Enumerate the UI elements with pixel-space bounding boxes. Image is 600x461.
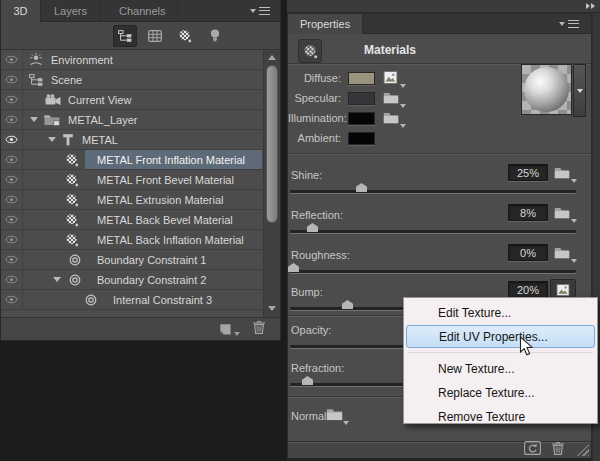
shine-texture-button[interactable] [554,165,572,180]
collapse-triangle-icon[interactable] [53,270,61,289]
panel-menu-icon[interactable] [559,20,579,28]
visibility-eye-icon[interactable] [1,70,23,89]
roughness-slider[interactable] [290,270,576,273]
specular-texture-button[interactable] [383,90,401,105]
bump-slider-thumb[interactable] [342,300,353,309]
panel-title: Materials [364,43,416,57]
roughness-slider-thumb[interactable] [288,263,299,272]
filter-meshes-button[interactable] [143,25,167,47]
delete-button[interactable] [551,441,565,459]
scrollbar-up-arrow[interactable] [264,52,280,63]
item-label: Current View [68,90,131,109]
normal-texture-button[interactable] [326,407,344,422]
visibility-eye-icon[interactable] [1,190,23,209]
scene-tree-scrollbar[interactable] [263,50,280,317]
constraint-icon [69,270,81,289]
menu-item-edit-uv-properties[interactable]: Edit UV Properties... [406,325,595,348]
specular-swatch[interactable] [348,92,375,105]
material-icon [65,230,79,249]
scene-tree-icon [118,30,132,42]
scene-item-current-view[interactable]: Current View [1,90,280,110]
shine-slider-thumb[interactable] [356,183,367,192]
tab-properties[interactable]: Properties [288,14,363,34]
item-label: Boundary Constraint 2 [97,270,206,289]
refraction-slider-thumb[interactable] [302,376,313,385]
filter-lights-button[interactable] [203,25,227,47]
visibility-eye-icon[interactable] [1,50,23,69]
collapse-triangle-icon[interactable] [48,130,56,149]
visibility-eye-icon[interactable] [1,210,23,229]
scene-item-metal-front-bevel-material[interactable]: METAL Front Bevel Material [1,170,280,190]
visibility-eye-icon[interactable] [1,270,23,289]
scrollbar-down-arrow[interactable] [264,303,280,314]
illumination-swatch[interactable] [348,112,375,125]
visibility-eye-icon[interactable] [1,130,23,149]
materials-header-icon-box [298,39,322,63]
scene-item-boundary-constraint-1[interactable]: Boundary Constraint 1 [1,250,280,270]
scene-item-boundary-constraint-2[interactable]: Boundary Constraint 2 [1,270,280,290]
scene-item-metal-layer[interactable]: METAL_Layer [1,110,280,130]
panel-menu-icon[interactable] [250,7,270,15]
visibility-eye-icon[interactable] [1,230,23,249]
dropdown-triangle-icon [571,259,577,263]
reflection-texture-button[interactable] [554,205,572,220]
new-item-dropdown-icon [234,332,240,336]
scene-item-internal-constraint-3[interactable]: Internal Constraint 3 [1,290,280,310]
visibility-eye-icon[interactable] [1,290,23,309]
menu-item-replace-texture[interactable]: Replace Texture... [406,381,595,405]
tab-layers[interactable]: Layers [42,0,100,22]
scene-item-metal[interactable]: METAL [1,130,280,150]
collapse-triangle-icon[interactable] [30,110,38,129]
3d-scene-tree: Environment Scene Current View [1,50,280,317]
menu-item-edit-texture[interactable]: Edit Texture... [406,301,595,325]
bump-value[interactable]: 20% [508,281,548,298]
scene-item-metal-extrusion-material[interactable]: METAL Extrusion Material [1,190,280,210]
folder-icon [383,111,399,124]
visibility-eye-icon[interactable] [1,110,23,129]
filter-scene-tree-button[interactable] [113,25,137,47]
material-icon [65,170,79,189]
material-icon [65,190,79,209]
material-preview-dropdown[interactable] [573,64,586,117]
scrollbar-thumb[interactable] [266,65,278,223]
tab-channels[interactable]: Channels [107,0,178,22]
resize-grip[interactable] [577,444,589,456]
tab-3d[interactable]: 3D [1,0,41,22]
3d-panel: 3D Layers Channels Environment [0,0,281,341]
ambient-swatch[interactable] [348,132,375,145]
delete-button[interactable] [252,320,266,338]
visibility-eye-icon[interactable] [1,250,23,269]
menu-item-remove-texture[interactable]: Remove Texture [406,405,595,429]
trash-icon [551,441,565,455]
illumination-texture-button[interactable] [383,110,401,125]
refresh-button[interactable] [524,441,541,459]
scene-item-metal-back-bevel-material[interactable]: METAL Back Bevel Material [1,210,280,230]
scene-item-metal-back-inflation-material[interactable]: METAL Back Inflation Material [1,230,280,250]
diffuse-texture-button[interactable] [383,70,401,85]
folder-icon [383,91,399,104]
scene-item-metal-front-inflation-material[interactable]: METAL Front Inflation Material [1,150,280,170]
properties-footer [288,441,591,458]
new-item-button[interactable] [217,323,240,336]
item-label: METAL Back Inflation Material [97,230,244,249]
shine-value[interactable]: 25% [508,164,548,181]
constraint-icon [69,250,81,269]
roughness-texture-button[interactable] [554,245,572,260]
shine-slider[interactable] [290,190,576,193]
collapse-to-icons-button[interactable] [586,3,595,9]
filter-materials-button[interactable] [173,25,197,47]
item-label: METAL Back Bevel Material [97,210,233,229]
roughness-value[interactable]: 0% [508,244,548,261]
scene-item-environment[interactable]: Environment [1,50,280,70]
reflection-value[interactable]: 8% [508,204,548,221]
visibility-eye-icon[interactable] [1,90,23,109]
visibility-eye-icon[interactable] [1,150,23,169]
roughness-label: Roughness: [291,249,350,261]
visibility-eye-icon[interactable] [1,170,23,189]
diffuse-swatch[interactable] [348,72,375,85]
reflection-slider-thumb[interactable] [307,223,318,232]
reflection-slider[interactable] [290,230,576,233]
menu-item-new-texture[interactable]: New Texture... [406,357,595,381]
scene-item-scene[interactable]: Scene [1,70,280,90]
mesh-grid-icon [148,30,162,42]
